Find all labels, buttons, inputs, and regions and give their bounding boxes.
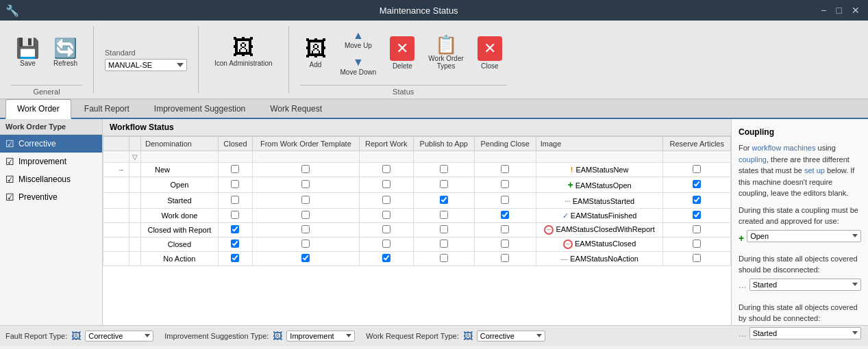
tab-work-order[interactable]: Work Order — [5, 99, 71, 119]
row-new-name: New — [141, 163, 219, 177]
coupling-link2: coupling — [739, 155, 767, 164]
workflow-table-wrap: Denomination Closed From Work Order Temp… — [103, 136, 731, 325]
close-window-button[interactable]: ✕ — [849, 5, 863, 16]
icon-administration-button[interactable]: 🖼 Icon Administration — [210, 33, 277, 70]
closed-image-label: EAMStatusClosed — [575, 240, 636, 248]
row-cwr-image: − EAMStatusClosedWithReport — [536, 223, 663, 237]
add-button[interactable]: 🖼 Add — [300, 34, 332, 72]
standard-group: Standard MANUAL-SE — [99, 23, 193, 96]
list-item-improvement[interactable]: ☑ Improvement — [0, 153, 102, 170]
row-started-name: Started — [141, 193, 219, 209]
list-item-preventive[interactable]: ☑ Preventive — [0, 188, 102, 206]
toolbar-divider-1 — [93, 26, 94, 93]
row-new-dash — [129, 163, 141, 177]
row-cwr-pending — [474, 223, 536, 237]
row-open-image: + EAMStatusOpen — [536, 177, 663, 193]
row-started-dash — [129, 193, 141, 209]
row-done-name: Work done — [141, 209, 219, 223]
row-new-arrow: → — [103, 163, 129, 177]
coupling-dropdown1-wrapper: + Open — [739, 230, 861, 248]
row-open-arrow — [103, 177, 129, 193]
move-down-label: Move Down — [340, 68, 377, 76]
list-item-miscellaneous[interactable]: ☑ Miscellaneous — [0, 170, 102, 188]
bottom-bar: Fault Report Type: 🖼 Corrective Improvem… — [0, 325, 868, 346]
preventive-label: Preventive — [18, 192, 58, 202]
toolbar-divider-2 — [198, 26, 199, 93]
work-request-select[interactable]: Corrective — [477, 331, 545, 341]
save-button[interactable]: 💾 Save — [11, 36, 45, 70]
coupling-dropdown1[interactable]: Open — [747, 230, 861, 242]
coupling-dropdown3-icon: ··· — [739, 328, 747, 343]
filter-closed — [218, 151, 252, 163]
na-status-icon: — — [560, 255, 568, 263]
row-started-template — [253, 193, 359, 209]
work-request-field: Work Request Report Type: 🖼 Corrective — [366, 331, 545, 341]
row-na-image: — EAMStatusNoAction — [536, 252, 663, 266]
delete-button[interactable]: ✕ Delete — [385, 33, 419, 73]
status-group-buttons: 🖼 Add ▲ Move Up ▼ Move Down ✕ Delete 📋 — [300, 23, 507, 82]
filter-report — [359, 151, 413, 163]
coupling-dropdown2[interactable]: Started — [749, 279, 861, 291]
coupling-dropdown2-icon: ··· — [739, 280, 747, 294]
icon-admin-label: Icon Administration — [214, 60, 273, 67]
tab-work-request[interactable]: Work Request — [258, 99, 334, 118]
open-status-icon: + — [567, 179, 573, 190]
minimize-button[interactable]: − — [818, 5, 829, 16]
close-button[interactable]: ✕ Close — [473, 33, 507, 73]
col-image: Image — [536, 137, 663, 151]
closed-status-icon: − — [563, 240, 573, 249]
center-panel: Workflow Status Denomination Closed From… — [103, 119, 731, 325]
move-up-button[interactable]: ▲ Move Up — [336, 27, 382, 51]
new-image-label: EAMStatusNew — [575, 166, 628, 174]
row-done-arrow — [103, 209, 129, 223]
add-icon: 🖼 — [305, 38, 327, 60]
row-na-report — [359, 252, 413, 266]
improvement-select[interactable]: Improvement — [286, 331, 355, 341]
general-group-label: General — [11, 85, 82, 96]
maximize-button[interactable]: □ — [834, 5, 845, 16]
corrective-label: Corrective — [18, 139, 56, 148]
row-closed-reserve — [663, 237, 731, 252]
move-down-button[interactable]: ▼ Move Down — [336, 54, 382, 78]
fault-report-icon: 🖼 — [71, 331, 81, 341]
tab-fault-report[interactable]: Fault Report — [73, 99, 141, 118]
row-new-template — [253, 163, 359, 177]
col-arrow2 — [129, 137, 141, 151]
refresh-button[interactable]: 🔄 Refresh — [49, 36, 82, 70]
row-na-arrow — [103, 252, 129, 266]
filter-empty1 — [103, 151, 129, 163]
coupling-link3: set up — [804, 166, 825, 174]
tab-improvement-suggestion[interactable]: Improvement Suggestion — [142, 99, 257, 118]
work-order-type-header: Work Order Type — [0, 119, 102, 135]
fault-report-select[interactable]: Corrective — [85, 331, 153, 341]
row-started-reserve — [663, 193, 731, 209]
row-closed-report — [359, 237, 413, 252]
row-closed-closed — [218, 237, 252, 252]
row-closed-arrow — [103, 237, 129, 252]
list-item-corrective[interactable]: ☑ Corrective — [0, 135, 102, 153]
coupling-section1: During this state a coupling must be cre… — [739, 205, 861, 227]
row-closed-publish — [413, 237, 474, 252]
row-done-closed — [218, 209, 252, 223]
improvement-icon: ☑ — [5, 156, 14, 167]
work-order-types-label: Work Order Types — [428, 55, 464, 70]
row-started-arrow — [103, 193, 129, 209]
open-image-label: EAMStatusOpen — [575, 181, 632, 190]
row-na-name: No Action — [141, 252, 219, 266]
row-started-report — [359, 193, 413, 209]
table-row: → New !EAMStatusNew — [103, 163, 731, 177]
coupling-dropdown3[interactable]: Started — [749, 327, 861, 339]
row-cwr-publish — [413, 223, 474, 237]
work-order-types-button[interactable]: 📋 Work Order Types — [423, 32, 469, 73]
icon-admin-group: 🖼 Icon Administration — [204, 23, 283, 96]
row-open-report — [359, 177, 413, 193]
row-open-template — [253, 177, 359, 193]
standard-select[interactable]: MANUAL-SE — [105, 59, 187, 71]
coupling-title: Coupling — [739, 126, 861, 138]
app-icon: 🔧 — [5, 4, 19, 17]
improvement-label: Improvement Suggestion Type: — [164, 332, 269, 340]
coupling-dropdown2-wrapper: ··· Started — [739, 279, 861, 296]
work-request-label: Work Request Report Type: — [366, 332, 458, 340]
window-title: Maintenance Status — [19, 5, 818, 16]
row-done-image: ✓ EAMStatusFinished — [536, 209, 663, 223]
